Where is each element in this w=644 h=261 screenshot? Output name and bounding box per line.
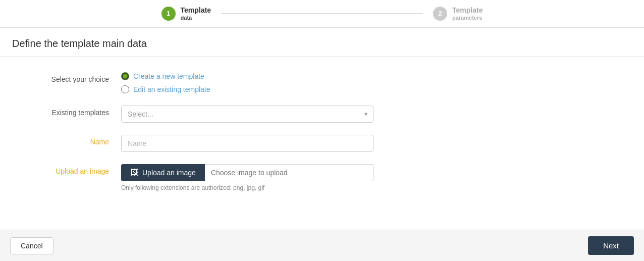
upload-control: 🖼 Upload an image Only following extensi…: [121, 164, 373, 191]
stepper-bar: 1 Template data 2 Template parameters: [0, 0, 644, 28]
upload-input-row: 🖼 Upload an image: [121, 164, 373, 181]
step-2-circle: 2: [433, 7, 447, 21]
upload-button[interactable]: 🖼 Upload an image: [121, 164, 205, 181]
step-1-label: Template data: [181, 6, 211, 21]
radio-edit-input[interactable]: [121, 85, 129, 93]
step-connector: [221, 13, 423, 14]
step-2: 2 Template parameters: [433, 6, 482, 21]
radio-edit-label: Edit an existing template: [133, 85, 210, 93]
radio-create-label: Create a new template: [133, 72, 204, 80]
existing-templates-wrapper: Select... ▾: [121, 106, 373, 123]
upload-icon: 🖼: [130, 168, 138, 177]
page-title: Define the template main data: [12, 38, 632, 49]
name-label: Name: [20, 135, 121, 146]
step-1-circle: 1: [162, 7, 176, 21]
step-2-title: Template: [452, 6, 482, 15]
choice-label: Select your choice: [20, 72, 121, 83]
name-row: Name: [20, 135, 624, 152]
main-content: Define the template main data Select you…: [0, 28, 644, 230]
form-area: Select your choice Create a new template…: [0, 57, 644, 219]
name-input[interactable]: [121, 135, 373, 152]
step-1-title: Template: [181, 6, 211, 15]
existing-templates-row: Existing templates Select... ▾: [20, 106, 624, 123]
existing-templates-select[interactable]: Select...: [121, 106, 373, 123]
radio-create-input[interactable]: [121, 72, 129, 80]
footer-bar: Cancel Next: [0, 230, 644, 261]
next-button[interactable]: Next: [588, 236, 634, 255]
upload-btn-label: Upload an image: [142, 169, 196, 177]
step-1-number: 1: [167, 10, 170, 17]
cancel-button[interactable]: Cancel: [10, 237, 53, 254]
upload-file-input[interactable]: [205, 164, 373, 181]
step-2-number: 2: [438, 10, 442, 17]
step-2-sub: parameters: [452, 15, 482, 21]
step-1: 1 Template data: [162, 6, 211, 21]
radio-create-item[interactable]: Create a new template: [121, 72, 373, 80]
upload-label: Upload an image: [20, 164, 121, 175]
upload-row-container: Upload an image 🖼 Upload an image Only f…: [20, 164, 624, 191]
step-2-label: Template parameters: [452, 6, 482, 21]
existing-templates-control: Select... ▾: [121, 106, 373, 123]
existing-templates-label: Existing templates: [20, 106, 121, 117]
step-1-sub: data: [181, 15, 211, 21]
choice-radio-group: Create a new template Edit an existing t…: [121, 72, 373, 93]
choice-row: Select your choice Create a new template…: [20, 72, 624, 93]
name-control: [121, 135, 373, 152]
upload-hint: Only following extensions are authorized…: [121, 184, 373, 191]
radio-edit-item[interactable]: Edit an existing template: [121, 85, 373, 93]
page-title-section: Define the template main data: [0, 28, 644, 57]
